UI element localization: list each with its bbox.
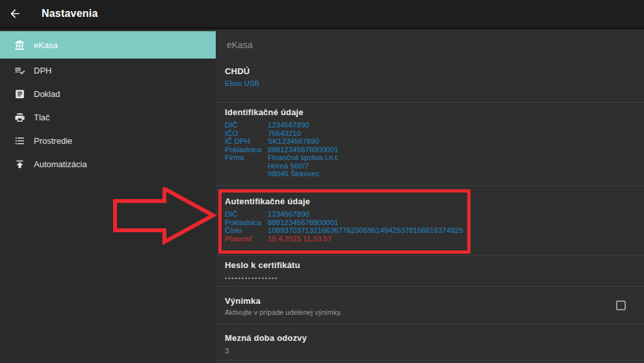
setting-mezna-doba-odozvy[interactable]: Mezná doba odozvy 3 (216, 324, 644, 360)
setting-description: Aktivujte v prípade udelenej výnimky. (225, 308, 342, 316)
section-header-ekasa: eKasa (216, 31, 644, 59)
setting-text-block: Výnimka Aktivujte v prípade udelenej výn… (225, 296, 342, 323)
kv-row: Pokladnica88812345678900001 (225, 219, 635, 227)
setting-identifikacne-udaje[interactable]: Identifikačné údaje DIČ1234567890 IČO765… (216, 103, 644, 185)
printer-icon (14, 112, 25, 123)
kv-row: 98045 Štrkovec (225, 170, 635, 178)
sidebar-item-tlac[interactable]: Tlač (0, 105, 216, 129)
setting-value: 3 (225, 347, 635, 355)
settings-sidebar: eKasa DPH Doklad Tlač Prostredie Automat… (0, 31, 216, 363)
sidebar-item-automatizacia[interactable]: Automatizácia (0, 152, 216, 176)
kv-row: Číslo10893703713216636776230596149425378… (225, 226, 635, 235)
setting-title: Identifikačné údaje (225, 107, 635, 117)
setting-autentifikacne-udaje[interactable]: Autentifikačné údaje DIČ1234567890 Pokla… (216, 186, 644, 255)
key-value-list: DIČ1234567890 Pokladnica8881234567890000… (225, 210, 635, 243)
setting-vynimka[interactable]: Výnimka Aktivujte v prípade udelenej výn… (216, 287, 644, 323)
kv-row: Horná 560/7 (225, 162, 635, 170)
sidebar-item-label: Automatizácia (34, 159, 87, 169)
document-icon (14, 88, 25, 100)
kv-row-validity: Platnosť15.4.2025 11.03.57 (225, 235, 635, 243)
upload-icon (14, 159, 25, 170)
vynimka-checkbox[interactable] (616, 301, 626, 310)
settings-content: eKasa CHDÚ Ebox USB Identifikačné údaje … (216, 31, 644, 363)
kv-row: DIČ1234567890 (225, 121, 635, 129)
setting-title: Heslo k certifikátu (225, 260, 635, 270)
setting-title: Mezná doba odozvy (225, 333, 635, 343)
sidebar-item-label: Prostredie (34, 136, 72, 146)
setting-title: Výnimka (225, 296, 342, 306)
masked-password-value: •••••••••••••••• (225, 275, 635, 282)
sidebar-item-label: DPH (34, 66, 51, 75)
sidebar-item-label: eKasa (34, 40, 58, 50)
sidebar-item-label: Doklad (34, 89, 60, 99)
sidebar-item-ekasa[interactable]: eKasa (0, 31, 216, 59)
sidebar-item-doklad[interactable]: Doklad (0, 82, 216, 105)
playlist-check-icon (14, 65, 25, 76)
arrow-back-icon (8, 7, 21, 20)
bulleted-list-icon (14, 135, 25, 146)
sidebar-item-label: Tlač (34, 113, 50, 122)
kv-row: Pokladnica88812345678900001 (225, 146, 635, 154)
kv-row: IČO76543210 (225, 129, 635, 138)
key-value-list: DIČ1234567890 IČO76543210 IČ DPHSK123456… (225, 121, 635, 178)
kv-row: IČ DPHSK1234567890 (225, 137, 635, 146)
sidebar-item-dph[interactable]: DPH (0, 59, 216, 82)
divider (216, 360, 644, 360)
bank-icon (14, 40, 25, 51)
back-button[interactable] (0, 0, 30, 29)
setting-heslo-k-certifikatu[interactable]: Heslo k certifikátu •••••••••••••••• (216, 256, 644, 286)
setting-value: Ebox USB (225, 79, 635, 87)
setting-title: CHDÚ (225, 66, 635, 76)
sidebar-item-prostredie[interactable]: Prostredie (0, 129, 216, 152)
kv-row: FirmaFinančná správa i.n.t. (225, 154, 635, 162)
setting-title: Autentifikačné údaje (225, 196, 635, 206)
kv-row: DIČ1234567890 (225, 210, 635, 219)
setting-chdu[interactable]: CHDÚ Ebox USB (216, 59, 644, 102)
app-bar: Nastavenia (0, 0, 644, 29)
page-title: Nastavenia (42, 8, 98, 20)
